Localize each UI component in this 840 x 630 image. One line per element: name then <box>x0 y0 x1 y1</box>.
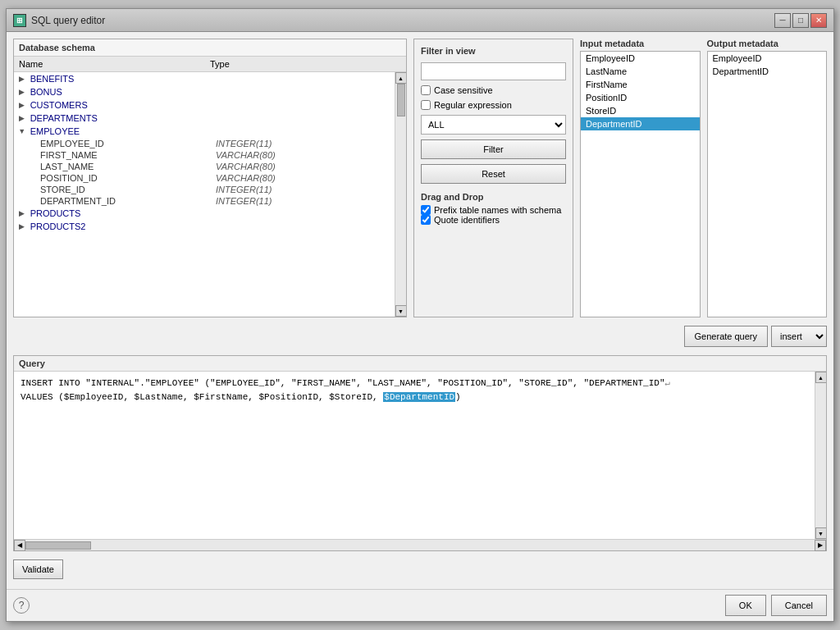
generate-query-row: Generate query insert select update dele… <box>13 322 827 350</box>
output-meta-item-departmentid[interactable]: DepartmentID <box>708 65 827 78</box>
validate-button[interactable]: Validate <box>13 559 63 579</box>
query-scrollbar-v[interactable]: ▲ ▼ <box>815 372 826 539</box>
meta-item-storeid[interactable]: StoreID <box>581 104 700 117</box>
title-bar: ⊞ SQL query editor ─ □ ✕ <box>7 9 833 32</box>
regex-checkbox[interactable] <box>421 100 431 110</box>
field-name-employee-id: EMPLOYEE_ID <box>40 139 216 148</box>
query-label: Query <box>14 356 826 372</box>
tree-name-bonus: BONUS <box>29 87 211 97</box>
query-scrollbar-h[interactable]: ◀ ▶ <box>14 539 826 550</box>
tree-arrow-benefits: ▶ <box>17 74 27 84</box>
output-metadata-group: Output metadata EmployeeID DepartmentID <box>707 39 828 317</box>
tree-name-departments: DEPARTMENTS <box>29 113 211 123</box>
query-type-dropdown[interactable]: insert select update delete <box>771 326 827 347</box>
field-name-last-name: LAST_NAME <box>40 162 216 171</box>
output-metadata-title: Output metadata <box>707 39 828 48</box>
top-section: Database schema Name Type ▶ BENEFITS <box>13 39 827 317</box>
close-button[interactable]: ✕ <box>810 13 827 28</box>
generate-query-button[interactable]: Generate query <box>684 326 768 347</box>
bottom-bar: ? OK Cancel <box>7 589 833 621</box>
scroll-thumb[interactable] <box>397 84 405 116</box>
cancel-button[interactable]: Cancel <box>771 595 827 616</box>
field-first-name[interactable]: FIRST_NAME VARCHAR(80) <box>14 149 395 161</box>
hscroll-left-btn[interactable]: ◀ <box>14 540 25 551</box>
tree-arrow-products: ▶ <box>17 208 27 218</box>
highlighted-department-id: $DepartmentID <box>383 392 455 402</box>
scroll-down-btn[interactable]: ▼ <box>395 305 407 317</box>
filter-input[interactable] <box>421 62 566 80</box>
filter-panel: Filter in view Case sensitive Regular ex… <box>413 39 573 317</box>
case-sensitive-row: Case sensitive <box>421 85 566 95</box>
case-sensitive-checkbox[interactable] <box>421 85 431 95</box>
hscroll-right-btn[interactable]: ▶ <box>815 540 826 551</box>
tree-name-customers: CUSTOMERS <box>29 100 211 110</box>
restore-button[interactable]: □ <box>792 13 809 28</box>
col-name-header: Name <box>19 59 210 69</box>
tree-type-departments <box>211 113 391 123</box>
meta-item-lastname[interactable]: LastName <box>581 65 700 78</box>
schema-column-headers: Name Type <box>14 57 406 72</box>
field-type-first-name: VARCHAR(80) <box>216 150 391 160</box>
field-employee-id[interactable]: EMPLOYEE_ID INTEGER(11) <box>14 138 395 149</box>
field-last-name[interactable]: LAST_NAME VARCHAR(80) <box>14 161 395 172</box>
scope-select[interactable]: ALL Name Type <box>421 115 566 135</box>
output-meta-item-employeeid[interactable]: EmployeeID <box>708 52 827 65</box>
hscroll-track <box>25 541 815 550</box>
query-line-1: INSERT INTO "INTERNAL"."EMPLOYEE" ("EMPL… <box>21 377 808 390</box>
tree-item-employee[interactable]: ▼ EMPLOYEE <box>14 125 395 138</box>
query-section: Query INSERT INTO "INTERNAL"."EMPLOYEE" … <box>13 355 827 551</box>
quote-identifiers-checkbox[interactable] <box>421 215 431 225</box>
tree-type-benefits <box>211 74 391 84</box>
hscroll-thumb[interactable] <box>25 541 91 550</box>
tree-item-products[interactable]: ▶ PRODUCTS <box>14 207 395 220</box>
tree-name-employee: EMPLOYEE <box>29 126 211 136</box>
tree-name-products: PRODUCTS <box>29 208 211 218</box>
field-position-id[interactable]: POSITION_ID VARCHAR(80) <box>14 172 395 184</box>
scroll-up-btn[interactable]: ▲ <box>395 72 407 84</box>
tree-arrow-departments: ▶ <box>17 113 27 123</box>
db-schema-header: Database schema <box>14 39 406 57</box>
meta-item-positionid[interactable]: PositionID <box>581 91 700 104</box>
tree-item-bonus[interactable]: ▶ BONUS <box>14 85 395 98</box>
input-metadata-title: Input metadata <box>580 39 701 48</box>
prefix-tables-checkbox[interactable] <box>421 205 431 215</box>
help-button[interactable]: ? <box>13 597 30 614</box>
meta-item-departmentid[interactable]: DepartmentID <box>581 117 700 130</box>
query-scroll-down-btn[interactable]: ▼ <box>815 527 827 539</box>
query-line-2: VALUES ($EmployeeID, $LastName, $FirstNa… <box>21 390 808 404</box>
field-type-store-id: INTEGER(11) <box>216 185 391 194</box>
title-buttons: ─ □ ✕ <box>774 13 827 28</box>
tree-item-customers[interactable]: ▶ CUSTOMERS <box>14 98 395 112</box>
validate-row: Validate <box>13 556 827 582</box>
meta-item-employeeid[interactable]: EmployeeID <box>581 52 700 65</box>
tree-type-bonus <box>211 87 391 97</box>
tree-arrow-employee: ▼ <box>17 126 27 136</box>
reset-button[interactable]: Reset <box>421 164 566 184</box>
tree-item-departments[interactable]: ▶ DEPARTMENTS <box>14 112 395 125</box>
minimize-button[interactable]: ─ <box>774 13 791 28</box>
tree-item-products2[interactable]: ▶ PRODUCTS2 <box>14 220 395 233</box>
tree-name-products2: PRODUCTS2 <box>29 221 211 231</box>
tree-item-benefits[interactable]: ▶ BENEFITS <box>14 72 395 85</box>
field-store-id[interactable]: STORE_ID INTEGER(11) <box>14 184 395 195</box>
tree-type-employee <box>211 126 391 136</box>
input-metadata-list: EmployeeID LastName FirstName PositionID… <box>580 51 701 317</box>
input-metadata-group: Input metadata EmployeeID LastName First… <box>580 39 701 317</box>
schema-scrollbar[interactable]: ▲ ▼ <box>395 72 406 317</box>
query-scroll-up-btn[interactable]: ▲ <box>815 372 827 383</box>
tree-name-benefits: BENEFITS <box>29 74 211 84</box>
field-type-last-name: VARCHAR(80) <box>216 162 391 171</box>
tree-arrow-bonus: ▶ <box>17 87 27 97</box>
meta-item-firstname[interactable]: FirstName <box>581 78 700 91</box>
query-editor[interactable]: INSERT INTO "INTERNAL"."EMPLOYEE" ("EMPL… <box>14 372 815 539</box>
filter-button[interactable]: Filter <box>421 139 566 159</box>
main-window: ⊞ SQL query editor ─ □ ✕ Database schema… <box>6 8 834 622</box>
field-name-first-name: FIRST_NAME <box>40 150 216 160</box>
content-area: Database schema Name Type ▶ BENEFITS <box>7 32 833 589</box>
field-department-id[interactable]: DEPARTMENT_ID INTEGER(11) <box>14 195 395 207</box>
field-name-department-id: DEPARTMENT_ID <box>40 196 216 206</box>
field-name-store-id: STORE_ID <box>40 185 216 194</box>
ok-button[interactable]: OK <box>725 595 766 616</box>
output-metadata-list: EmployeeID DepartmentID <box>707 51 828 317</box>
tree-arrow-products2: ▶ <box>17 221 27 231</box>
